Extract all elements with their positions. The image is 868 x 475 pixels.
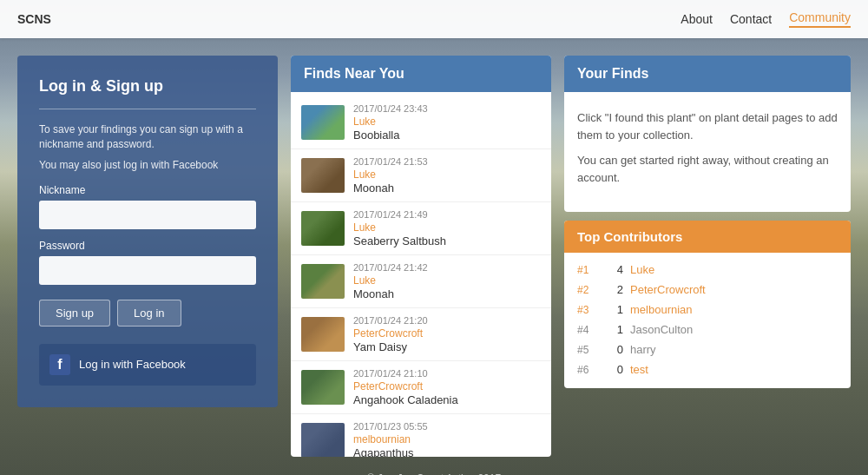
contributor-row: #4 1 JasonCulton <box>577 320 838 340</box>
facebook-icon: f <box>49 354 70 375</box>
find-user: PeterCrowcroft <box>353 380 541 393</box>
contributor-name[interactable]: melbournian <box>630 303 838 316</box>
contributor-row: #3 1 melbournian <box>577 300 838 320</box>
find-item[interactable]: 2017/01/24 21:53 Luke Moonah <box>291 149 551 202</box>
footer: © Jan Juc Coast Action 2017 <box>0 465 868 475</box>
find-plant: Agapanthus <box>353 446 541 457</box>
login-fb-note: You may also just log in with Facebook <box>39 159 256 171</box>
contributor-name[interactable]: Luke <box>630 263 838 276</box>
find-info: 2017/01/24 21:42 Luke Moonah <box>353 262 541 300</box>
find-plant: Angahook Caladenia <box>353 393 541 406</box>
finds-panel: Finds Near You 2017/01/24 23:43 Luke Boo… <box>291 56 551 457</box>
contributor-name[interactable]: PeterCrowcroft <box>630 283 838 296</box>
find-date: 2017/01/24 21:53 <box>353 156 541 167</box>
password-input[interactable] <box>39 256 256 285</box>
nickname-label: Nickname <box>39 184 256 196</box>
yourfinds-desc1: Click "I found this plant" on plant deta… <box>577 109 838 143</box>
right-column: Your Finds Click "I found this plant" on… <box>564 56 851 388</box>
find-item[interactable]: 2017/01/24 23:43 Luke Boobialla <box>291 96 551 149</box>
find-thumbnail <box>301 264 345 299</box>
nav-contact[interactable]: Contact <box>730 12 772 26</box>
find-user: PeterCrowcroft <box>353 327 541 340</box>
find-info: 2017/01/24 21:49 Luke Seaberry Saltbush <box>353 209 541 247</box>
contributor-rank: #5 <box>577 344 599 356</box>
login-panel: Log in & Sign up To save your findings y… <box>17 56 278 407</box>
find-plant: Moonah <box>353 181 541 195</box>
finds-header: Finds Near You <box>291 56 551 92</box>
find-plant: Yam Daisy <box>353 340 541 353</box>
find-thumbnail <box>301 105 345 140</box>
find-item[interactable]: 2017/01/24 21:10 PeterCrowcroft Angahook… <box>291 361 551 414</box>
find-user: Luke <box>353 274 541 287</box>
contributor-count: 1 <box>606 303 623 316</box>
contributor-count: 2 <box>606 283 623 296</box>
contributor-count: 1 <box>606 323 623 336</box>
login-title: Log in & Sign up <box>39 77 256 96</box>
contributor-rank: #4 <box>577 324 599 336</box>
find-info: 2017/01/23 05:55 melbournian Agapanthus <box>353 421 541 457</box>
find-thumbnail <box>301 158 345 193</box>
contributor-name[interactable]: JasonCulton <box>630 323 838 336</box>
contributor-row: #1 4 Luke <box>577 260 838 280</box>
find-info: 2017/01/24 21:53 Luke Moonah <box>353 156 541 195</box>
nav-about[interactable]: About <box>681 12 713 26</box>
find-plant: Moonah <box>353 287 541 300</box>
nav-community[interactable]: Community <box>789 10 851 28</box>
login-button[interactable]: Log in <box>117 300 181 327</box>
find-thumbnail <box>301 211 345 246</box>
find-date: 2017/01/24 21:10 <box>353 368 541 379</box>
nickname-input[interactable] <box>39 201 256 229</box>
yourfinds-desc2: You can get started right away, without … <box>577 152 838 186</box>
signup-button[interactable]: Sign up <box>39 300 110 327</box>
find-date: 2017/01/23 05:55 <box>353 421 541 432</box>
contributor-rank: #2 <box>577 284 599 296</box>
login-buttons: Sign up Log in <box>39 300 256 327</box>
find-plant: Seaberry Saltbush <box>353 234 541 247</box>
find-date: 2017/01/24 21:42 <box>353 262 541 273</box>
contributors-header: Top Contributors <box>564 221 851 253</box>
contributor-rank: #6 <box>577 364 599 376</box>
find-info: 2017/01/24 21:10 PeterCrowcroft Angahook… <box>353 368 541 406</box>
contributor-row: #5 0 harry <box>577 340 838 360</box>
find-info: 2017/01/24 21:20 PeterCrowcroft Yam Dais… <box>353 315 541 353</box>
find-item[interactable]: 2017/01/24 21:49 Luke Seaberry Saltbush <box>291 202 551 255</box>
contributor-count: 4 <box>606 263 623 276</box>
find-user: melbournian <box>353 433 541 445</box>
navbar: SCNS About Contact Community <box>0 0 868 38</box>
yourfinds-panel: Your Finds Click "I found this plant" on… <box>564 56 851 212</box>
find-thumbnail <box>301 370 345 405</box>
fb-login-section[interactable]: f Log in with Facebook <box>39 344 256 386</box>
main-content: Log in & Sign up To save your findings y… <box>0 38 868 465</box>
brand: SCNS <box>17 12 681 26</box>
contributor-name[interactable]: test <box>630 363 838 376</box>
contributor-count: 0 <box>606 343 623 356</box>
find-item[interactable]: 2017/01/23 05:55 melbournian Agapanthus <box>291 414 551 457</box>
fb-login-text: Log in with Facebook <box>79 358 186 371</box>
find-user: Luke <box>353 168 541 181</box>
find-date: 2017/01/24 23:43 <box>353 103 541 114</box>
nav-links: About Contact Community <box>681 10 851 28</box>
find-user: Luke <box>353 115 541 128</box>
login-divider <box>39 109 256 109</box>
find-plant: Boobialla <box>353 129 541 142</box>
find-item[interactable]: 2017/01/24 21:20 PeterCrowcroft Yam Dais… <box>291 308 551 361</box>
find-user: Luke <box>353 221 541 234</box>
contributor-row: #6 0 test <box>577 360 838 379</box>
contributor-rank: #3 <box>577 304 599 316</box>
contributor-count: 0 <box>606 363 623 376</box>
finds-list: 2017/01/24 23:43 Luke Boobialla 2017/01/… <box>291 92 551 457</box>
contributors-body: #1 4 Luke #2 2 PeterCrowcroft #3 1 melbo… <box>564 253 851 388</box>
contributors-panel: Top Contributors #1 4 Luke #2 2 PeterCro… <box>564 221 851 388</box>
login-desc: To save your findings you can sign up wi… <box>39 122 256 152</box>
find-date: 2017/01/24 21:49 <box>353 209 541 220</box>
find-thumbnail <box>301 317 345 352</box>
password-label: Password <box>39 240 256 252</box>
contributor-name[interactable]: harry <box>630 343 838 356</box>
find-info: 2017/01/24 23:43 Luke Boobialla <box>353 103 541 142</box>
yourfinds-body: Click "I found this plant" on plant deta… <box>564 92 851 212</box>
find-date: 2017/01/24 21:20 <box>353 315 541 326</box>
find-item[interactable]: 2017/01/24 21:42 Luke Moonah <box>291 255 551 308</box>
contributor-row: #2 2 PeterCrowcroft <box>577 280 838 300</box>
contributor-rank: #1 <box>577 264 599 276</box>
find-thumbnail <box>301 423 345 457</box>
